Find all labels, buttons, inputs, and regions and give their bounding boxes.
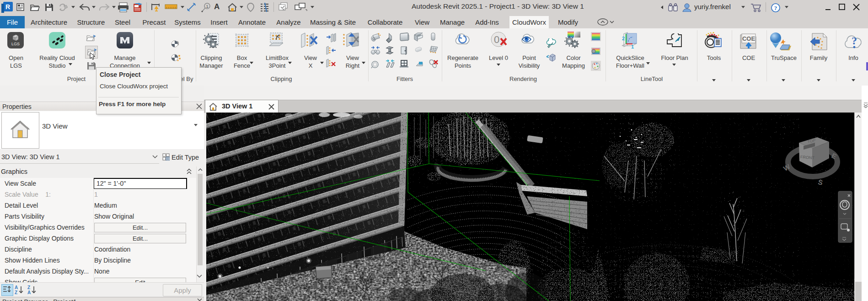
svg-text:Z: Z <box>15 290 17 295</box>
svg-text:COE: COE <box>742 35 755 42</box>
svg-text:?: ? <box>852 35 857 47</box>
svg-text:R: R <box>5 3 10 11</box>
svg-text:1: 1 <box>206 4 208 9</box>
svg-text:Z: Z <box>27 285 30 290</box>
svg-text:?: ? <box>774 5 777 11</box>
svg-text:A: A <box>27 290 31 295</box>
svg-text:A: A <box>15 285 18 290</box>
